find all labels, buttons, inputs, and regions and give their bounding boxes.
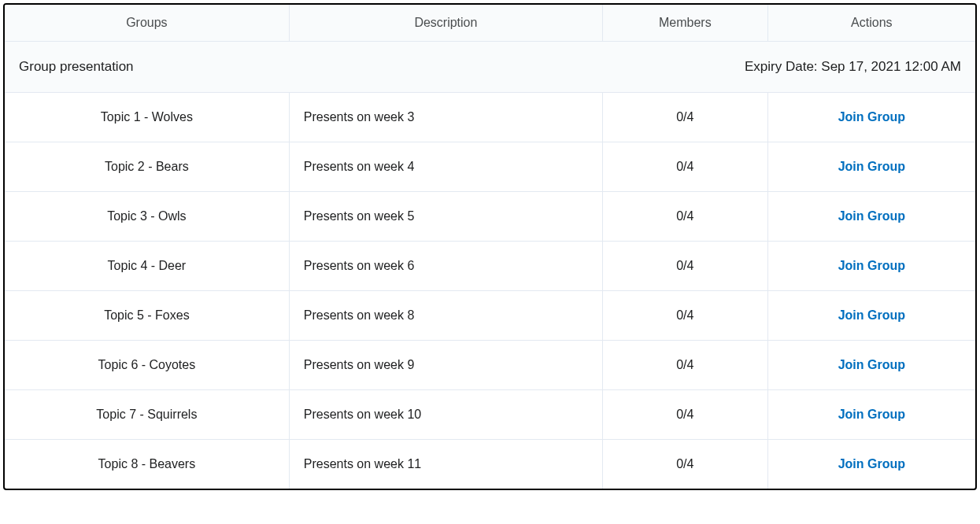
group-members: 0/4 xyxy=(603,341,768,390)
header-description: Description xyxy=(289,5,602,42)
join-group-link[interactable]: Join Group xyxy=(838,457,905,470)
header-groups: Groups xyxy=(5,5,289,42)
header-actions: Actions xyxy=(767,5,975,42)
table-header-row: Groups Description Members Actions xyxy=(5,5,975,42)
join-group-link[interactable]: Join Group xyxy=(838,408,905,421)
groups-table: Groups Description Members Actions Group… xyxy=(5,5,975,489)
table-row: Topic 7 - SquirrelsPresents on week 100/… xyxy=(5,390,975,440)
group-description: Presents on week 9 xyxy=(289,341,602,390)
group-name: Topic 3 - Owls xyxy=(5,192,289,242)
group-actions: Join Group xyxy=(767,341,975,390)
group-description: Presents on week 10 xyxy=(289,390,602,440)
group-description: Presents on week 4 xyxy=(289,142,602,192)
table-row: Topic 6 - CoyotesPresents on week 90/4Jo… xyxy=(5,341,975,390)
group-name: Topic 1 - Wolves xyxy=(5,93,289,142)
join-group-link[interactable]: Join Group xyxy=(838,259,905,272)
join-group-link[interactable]: Join Group xyxy=(838,160,905,173)
group-name: Topic 5 - Foxes xyxy=(5,291,289,341)
section-title: Group presentation xyxy=(5,42,603,93)
group-members: 0/4 xyxy=(603,291,768,341)
group-members: 0/4 xyxy=(603,192,768,242)
group-actions: Join Group xyxy=(767,390,975,440)
group-name: Topic 6 - Coyotes xyxy=(5,341,289,390)
group-name: Topic 4 - Deer xyxy=(5,242,289,291)
group-name: Topic 7 - Squirrels xyxy=(5,390,289,440)
group-description: Presents on week 8 xyxy=(289,291,602,341)
section-row: Group presentation Expiry Date: Sep 17, … xyxy=(5,42,975,93)
group-actions: Join Group xyxy=(767,192,975,242)
table-row: Topic 2 - BearsPresents on week 40/4Join… xyxy=(5,142,975,192)
group-description: Presents on week 5 xyxy=(289,192,602,242)
group-actions: Join Group xyxy=(767,440,975,489)
group-description: Presents on week 6 xyxy=(289,242,602,291)
table-row: Topic 8 - BeaversPresents on week 110/4J… xyxy=(5,440,975,489)
header-members: Members xyxy=(603,5,768,42)
group-actions: Join Group xyxy=(767,242,975,291)
group-members: 0/4 xyxy=(603,390,768,440)
group-description: Presents on week 3 xyxy=(289,93,602,142)
table-row: Topic 4 - DeerPresents on week 60/4Join … xyxy=(5,242,975,291)
group-members: 0/4 xyxy=(603,93,768,142)
group-members: 0/4 xyxy=(603,440,768,489)
join-group-link[interactable]: Join Group xyxy=(838,110,905,124)
group-name: Topic 2 - Bears xyxy=(5,142,289,192)
group-members: 0/4 xyxy=(603,142,768,192)
group-name: Topic 8 - Beavers xyxy=(5,440,289,489)
group-actions: Join Group xyxy=(767,142,975,192)
table-row: Topic 3 - OwlsPresents on week 50/4Join … xyxy=(5,192,975,242)
groups-table-container: Groups Description Members Actions Group… xyxy=(3,3,977,490)
join-group-link[interactable]: Join Group xyxy=(838,308,905,322)
table-row: Topic 1 - WolvesPresents on week 30/4Joi… xyxy=(5,93,975,142)
group-description: Presents on week 11 xyxy=(289,440,602,489)
section-expiry: Expiry Date: Sep 17, 2021 12:00 AM xyxy=(603,42,975,93)
table-row: Topic 5 - FoxesPresents on week 80/4Join… xyxy=(5,291,975,341)
group-members: 0/4 xyxy=(603,242,768,291)
group-actions: Join Group xyxy=(767,93,975,142)
group-actions: Join Group xyxy=(767,291,975,341)
join-group-link[interactable]: Join Group xyxy=(838,209,905,223)
join-group-link[interactable]: Join Group xyxy=(838,358,905,371)
